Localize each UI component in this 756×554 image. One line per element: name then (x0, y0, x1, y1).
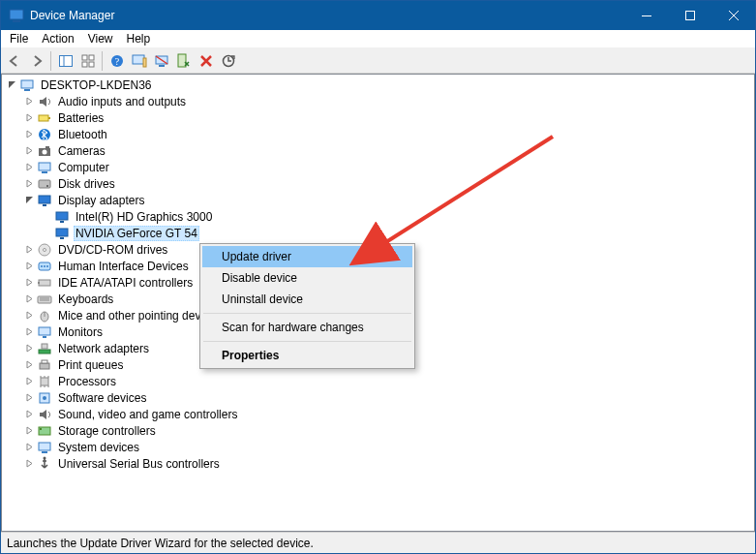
tree-category-label: Storage controllers (56, 424, 158, 438)
tree-expander-icon[interactable] (21, 160, 37, 175)
tree-expander-icon[interactable] (21, 110, 37, 126)
tree-expander-icon[interactable] (21, 242, 37, 258)
dvd-icon (37, 242, 52, 258)
tree-category-softdev[interactable]: Software devices (2, 389, 754, 406)
tree-category-disk[interactable]: Disk drives (2, 175, 754, 192)
tree-expander-icon[interactable] (21, 374, 37, 389)
tree-category-batteries[interactable]: Batteries (2, 109, 754, 126)
tree-expander-icon[interactable] (21, 407, 37, 422)
svg-rect-54 (42, 344, 47, 349)
svg-rect-22 (39, 115, 48, 121)
tree-root[interactable]: DESKTOP-LKDEN36 (2, 77, 754, 93)
tree-expander-icon[interactable] (21, 390, 37, 406)
back-button[interactable] (3, 50, 25, 72)
tree-expander-icon[interactable] (21, 357, 37, 373)
tree-expander-icon[interactable] (21, 127, 37, 142)
tree-category-label: Batteries (56, 111, 106, 125)
svg-rect-1 (13, 20, 20, 22)
tree-expander-icon[interactable] (21, 275, 37, 291)
tree-category-sysdev[interactable]: System devices (2, 439, 754, 455)
tree-category-storage[interactable]: Storage controllers (2, 422, 754, 439)
forward-button[interactable] (25, 50, 47, 72)
disable-device-button[interactable] (150, 50, 172, 72)
svg-text:?: ? (114, 56, 119, 67)
tree-device-intel-hd-3000[interactable]: Intel(R) HD Graphics 3000 (2, 208, 754, 225)
context-menu-properties[interactable]: Properties (202, 345, 412, 366)
sound-icon (37, 407, 52, 422)
tree-expander-icon[interactable] (21, 440, 37, 455)
scan-hardware-button[interactable] (217, 50, 239, 72)
svg-point-31 (46, 185, 48, 187)
menu-file[interactable]: File (3, 31, 35, 46)
tree-category-label: Bluetooth (56, 128, 109, 141)
svg-rect-52 (43, 336, 46, 338)
svg-rect-36 (56, 229, 68, 236)
svg-rect-69 (42, 451, 47, 453)
tree-category-cameras[interactable]: Cameras (2, 142, 754, 159)
tree-expander-icon[interactable] (21, 94, 37, 109)
menu-view[interactable]: View (81, 31, 120, 46)
context-menu-disable-device[interactable]: Disable device (202, 267, 412, 289)
svg-point-43 (46, 265, 48, 267)
tree-category-label: Disk drives (56, 177, 117, 191)
show-hide-console-tree-button[interactable] (54, 50, 76, 72)
ide-icon (37, 275, 52, 291)
minimize-button[interactable] (624, 1, 668, 30)
tree-category-bluetooth[interactable]: Bluetooth (2, 126, 754, 142)
tree-category-audio[interactable]: Audio inputs and outputs (2, 93, 754, 109)
tree-expander-icon[interactable] (21, 324, 37, 340)
svg-rect-23 (48, 117, 50, 119)
sysdev-icon (37, 440, 52, 455)
hid-icon (37, 259, 52, 274)
help-button[interactable]: ? (106, 50, 128, 72)
tree-expander-icon[interactable] (21, 193, 37, 208)
enable-device-button[interactable] (172, 50, 195, 72)
tree-category-display[interactable]: Display adapters (2, 192, 754, 208)
tree-category-label: Network adapters (56, 342, 151, 355)
close-button[interactable] (711, 1, 755, 30)
tree-category-usb[interactable]: Universal Serial Bus controllers (2, 455, 754, 472)
tree-expander-icon[interactable] (21, 308, 37, 323)
context-menu-update-driver[interactable]: Update driver (202, 246, 412, 267)
context-menu-scan-for-hardware-changes[interactable]: Scan for hardware changes (202, 317, 412, 338)
svg-rect-33 (43, 204, 46, 206)
bluetooth-icon (37, 127, 52, 142)
display-icon (37, 193, 52, 208)
tree-category-label: Keyboards (56, 292, 115, 306)
tree-expander-icon[interactable] (4, 77, 19, 93)
svg-rect-51 (39, 327, 50, 335)
menu-help[interactable]: Help (120, 31, 158, 46)
tree-expander-icon[interactable] (21, 176, 37, 192)
tree-device-nvidia-gt-54[interactable]: NVIDIA GeForce GT 54 (2, 225, 754, 241)
menu-action[interactable]: Action (35, 31, 80, 46)
tree-expander-icon[interactable] (21, 259, 37, 274)
properties-button[interactable] (76, 50, 99, 72)
network-icon (37, 341, 52, 356)
monitors-icon (37, 324, 52, 340)
tree-category-sound[interactable]: Sound, video and game controllers (2, 406, 754, 422)
svg-point-26 (43, 149, 47, 154)
svg-rect-17 (159, 65, 165, 67)
update-driver-button[interactable] (128, 50, 150, 72)
svg-rect-45 (38, 282, 40, 284)
tree-expander-icon[interactable] (21, 292, 37, 307)
tree-expander-icon[interactable] (21, 423, 37, 439)
tree-category-label: Monitors (56, 325, 105, 339)
uninstall-device-button[interactable] (195, 50, 217, 72)
display-adapter-icon (54, 209, 70, 225)
svg-point-41 (41, 265, 43, 267)
svg-rect-44 (39, 280, 50, 286)
tree-expander-icon[interactable] (21, 143, 37, 159)
context-menu-uninstall-device[interactable]: Uninstall device (202, 289, 412, 310)
keyboards-icon (37, 292, 52, 307)
svg-rect-8 (82, 55, 87, 60)
tree-category-computer[interactable]: Computer (2, 159, 754, 175)
svg-rect-57 (41, 378, 48, 385)
tree-category-cpu[interactable]: Processors (2, 373, 754, 389)
tree-expander-icon[interactable] (21, 456, 37, 472)
tree-device-label: NVIDIA GeForce GT 54 (74, 226, 199, 241)
toolbar: ? (1, 48, 755, 74)
maximize-button[interactable] (668, 1, 711, 30)
tree-expander-icon[interactable] (21, 341, 37, 356)
svg-rect-27 (45, 146, 49, 148)
